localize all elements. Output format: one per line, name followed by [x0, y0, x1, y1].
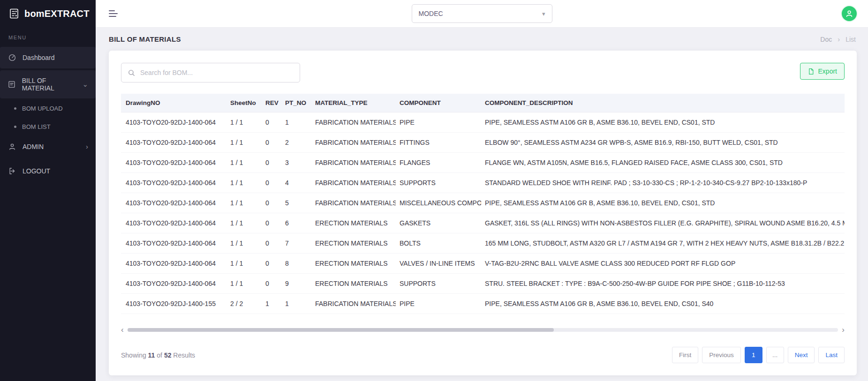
- shown-count: 11: [148, 351, 155, 359]
- table-row[interactable]: 4103-TOYO20-92DJ-1400-1552 / 211FABRICAT…: [121, 294, 845, 314]
- table-cell: 8: [281, 254, 311, 274]
- sidebar-item-label: BILL OF MATERIAL: [22, 77, 77, 92]
- table-body: 4103-TOYO20-92DJ-1400-0641 / 101FABRICAT…: [121, 112, 845, 321]
- page-header: BILL OF MATERIALS Doc › List: [96, 27, 868, 48]
- table-row[interactable]: 4103-TOYO20-92DJ-1400-1552 / 212FABRICAT…: [121, 314, 845, 321]
- pagination-first[interactable]: First: [672, 347, 698, 363]
- table-row[interactable]: 4103-TOYO20-92DJ-1400-0641 / 105FABRICAT…: [121, 193, 845, 213]
- table-cell: VALVES / IN-LINE ITEMS: [396, 254, 481, 274]
- table-cell: 2: [281, 314, 311, 321]
- table-cell: 2 / 2: [226, 294, 262, 314]
- table-row[interactable]: 4103-TOYO20-92DJ-1400-0641 / 108ERECTION…: [121, 254, 845, 274]
- total-count: 52: [164, 351, 172, 359]
- column-header-component[interactable]: COMPONENT: [396, 94, 481, 112]
- table-row[interactable]: 4103-TOYO20-92DJ-1400-0641 / 103FABRICAT…: [121, 153, 845, 173]
- table-cell: GASKETS: [396, 213, 481, 233]
- scroll-left-icon[interactable]: ‹: [121, 326, 124, 334]
- table-row[interactable]: 4103-TOYO20-92DJ-1400-0641 / 109ERECTION…: [121, 274, 845, 294]
- scrollbar-track[interactable]: [128, 328, 838, 332]
- table-row[interactable]: 4103-TOYO20-92DJ-1400-0641 / 107ERECTION…: [121, 233, 845, 254]
- table-cell: 165 MM LONG, STUDBOLT, ASTM A320 GR L7 /…: [481, 233, 845, 254]
- table-cell: FLANGE WN, ASTM A105N, ASME B16.5, FLANG…: [481, 153, 845, 173]
- table-cell: 4103-TOYO20-92DJ-1400-064: [121, 133, 226, 153]
- table-cell: 0: [262, 153, 281, 173]
- sidebar-item-logout[interactable]: LOGOUT: [0, 160, 96, 182]
- table-cell: 7: [281, 233, 311, 254]
- breadcrumb-separator-icon: ›: [838, 35, 840, 43]
- workspace-select[interactable]: MODEC ▾: [412, 4, 552, 23]
- pagination-last[interactable]: Last: [818, 347, 845, 363]
- sidebar-item-dashboard[interactable]: Dashboard: [0, 47, 96, 68]
- logout-icon: [8, 167, 17, 175]
- brand[interactable]: bomEXTRACT: [0, 0, 96, 27]
- table-cell: FLANGES: [396, 153, 481, 173]
- table-cell: GASKET, 316L SS (ALL RINGS) WITH NON-ASB…: [481, 213, 845, 233]
- sidebar-item-bom-upload[interactable]: BOM UPLOAD: [0, 99, 96, 118]
- table-row[interactable]: 4103-TOYO20-92DJ-1400-0641 / 104FABRICAT…: [121, 173, 845, 193]
- sidebar-item-label: ADMIN: [23, 143, 44, 150]
- table-cell: FABRICATION MATERIALS: [311, 112, 396, 133]
- table-row[interactable]: 4103-TOYO20-92DJ-1400-0641 / 106ERECTION…: [121, 213, 845, 233]
- table-cell: BOLTS: [396, 233, 481, 254]
- results-summary: Showing 11 of 52 Results: [121, 351, 195, 359]
- pagination-ellipsis[interactable]: ...: [766, 347, 784, 363]
- table-cell: ERECTION MATERIALS: [311, 274, 396, 294]
- search-icon: [128, 69, 136, 77]
- column-header-sheetno[interactable]: SheetNo: [226, 94, 262, 112]
- breadcrumb-doc[interactable]: Doc: [820, 36, 832, 43]
- user-avatar[interactable]: [841, 5, 858, 22]
- card-toolbar: Export: [121, 63, 845, 82]
- table-cell: PIPE, SEAMLESS ASTM A106 GR B, ASME B36.…: [481, 193, 845, 213]
- sidebar-item-bom-list[interactable]: BOM LIST: [0, 118, 96, 136]
- pagination-previous[interactable]: Previous: [702, 347, 741, 363]
- table-row[interactable]: 4103-TOYO20-92DJ-1400-0641 / 101FABRICAT…: [121, 112, 845, 133]
- caret-down-icon: ▾: [542, 10, 545, 17]
- table-cell: ERECTION MATERIALS: [311, 213, 396, 233]
- sidebar-item-bill-of-material[interactable]: BILL OF MATERIAL ⌄: [0, 70, 96, 98]
- scrollbar-thumb[interactable]: [128, 328, 554, 332]
- export-button[interactable]: Export: [800, 63, 845, 80]
- table-cell: PIPE, SEAMLESS ASTM A106 GR B, ASME B36.…: [481, 294, 845, 314]
- table-cell: 3: [281, 153, 311, 173]
- table-cell: 4103-TOYO20-92DJ-1400-064: [121, 153, 226, 173]
- pagination-page-1[interactable]: 1: [745, 347, 762, 363]
- column-header-drawingno[interactable]: DrawingNO: [121, 94, 226, 112]
- table-cell: 4103-TOYO20-92DJ-1400-064: [121, 173, 226, 193]
- table-cell: FABRICATION MATERIALS: [311, 133, 396, 153]
- column-header-rev[interactable]: REV: [262, 94, 281, 112]
- table-cell: 1 / 1: [226, 112, 262, 133]
- bom-table-container: DrawingNOSheetNoREVPT_NOMATERIAL_TYPECOM…: [121, 94, 845, 320]
- table-cell: 4103-TOYO20-92DJ-1400-064: [121, 254, 226, 274]
- brand-name: bomEXTRACT: [24, 8, 90, 19]
- table-cell: 4103-TOYO20-92DJ-1400-064: [121, 274, 226, 294]
- scroll-right-icon[interactable]: ›: [842, 326, 845, 334]
- pagination-next[interactable]: Next: [788, 347, 815, 363]
- table-row[interactable]: 4103-TOYO20-92DJ-1400-0641 / 102FABRICAT…: [121, 133, 845, 153]
- table-cell: 1 / 1: [226, 173, 262, 193]
- table-cell: V-TAG-B2U-2RNC BALL VALVE ASME CLASS 300…: [481, 254, 845, 274]
- bom-table: DrawingNOSheetNoREVPT_NOMATERIAL_TYPECOM…: [121, 94, 845, 320]
- hamburger-menu-icon[interactable]: [106, 7, 121, 20]
- main-area: MODEC ▾ BILL OF MATERIALS Doc › List: [96, 0, 868, 381]
- card-footer: Showing 11 of 52 Results FirstPrevious1.…: [121, 347, 845, 363]
- column-header-pt_no[interactable]: PT_NO: [281, 94, 311, 112]
- column-header-material_type[interactable]: MATERIAL_TYPE: [311, 94, 396, 112]
- table-cell: FABRICATION MATERIALS: [311, 173, 396, 193]
- column-header-component_description[interactable]: COMPONENT_DESCRIPTION: [481, 94, 845, 112]
- table-cell: FITTINGS: [396, 133, 481, 153]
- bullet-icon: [14, 107, 16, 110]
- table-cell: FABRICATION MATERIALS: [311, 153, 396, 173]
- table-cell: 6: [281, 213, 311, 233]
- table-cell: 1 / 1: [226, 274, 262, 294]
- table-cell: ELBOW 90°, SEAMLESS ASTM A234 GR WPB-S, …: [481, 133, 845, 153]
- table-cell: STRU. STEEL BRACKET : TYPE : B9A-C-500-2…: [481, 274, 845, 294]
- sidebar-subitem-label: BOM UPLOAD: [22, 105, 63, 112]
- table-cell: 1 / 1: [226, 213, 262, 233]
- search-input[interactable]: [140, 69, 294, 76]
- table-cell: 0: [262, 193, 281, 213]
- table-cell: 0: [262, 213, 281, 233]
- table-cell: 0: [262, 112, 281, 133]
- sidebar-item-admin[interactable]: ADMIN ›: [0, 136, 96, 157]
- table-cell: 0: [262, 133, 281, 153]
- table-cell: 1 / 1: [226, 233, 262, 254]
